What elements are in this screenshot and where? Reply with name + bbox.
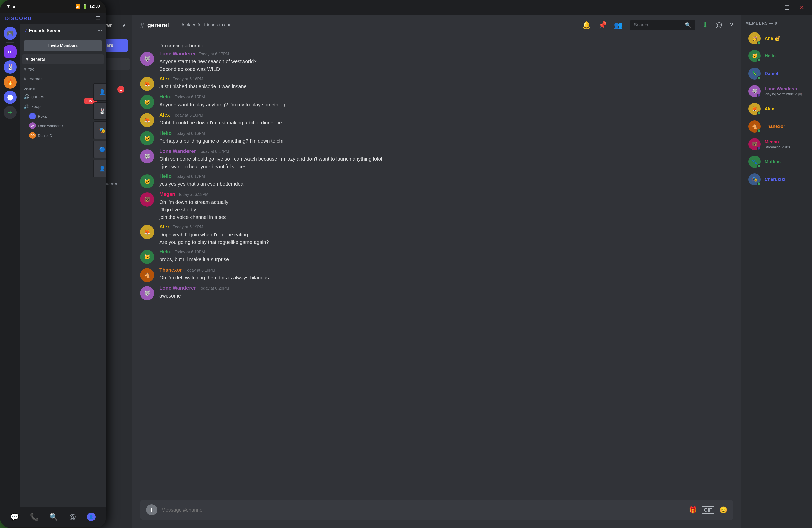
message-group-lonewanderer-3: 🐺 Lone Wanderer Today at 6:20PM awesome <box>132 284 741 301</box>
maximize-btn[interactable]: ☐ <box>782 2 792 13</box>
mobile-server-icon-circle[interactable]: ⬤ <box>3 91 17 104</box>
avatar-helio-4: 🐱 <box>140 250 154 264</box>
member-item-muffins[interactable]: 🐾 Muffins <box>745 153 808 170</box>
message-timestamp: Today at 6:16PM <box>173 113 203 118</box>
chat-input-area: + 🎁 GIF 😊 <box>132 500 741 528</box>
member-avatar-alex: 🦊 <box>749 103 760 115</box>
message-text: join the voice channel in a sec <box>159 214 734 221</box>
mobile-server-name: ✓ Friends Server ••• <box>24 28 102 33</box>
message-group-helio-2: 🐱 Helio Today at 6:16PM Perhaps a buildi… <box>132 129 741 146</box>
message-author-lonewanderer-1[interactable]: Lone Wanderer <box>159 51 196 57</box>
mobile-server-icon-purple[interactable]: 🐰 <box>3 60 17 74</box>
message-text: Oh I'm deff watching then, this is alway… <box>159 274 734 281</box>
mobile-server-add[interactable]: + <box>3 106 17 119</box>
minimize-btn[interactable]: — <box>767 2 777 13</box>
member-item-lonewanderer[interactable]: 🐺 Lone Wanderer Playing Vermintide 2 🎮 <box>745 83 808 100</box>
message-timestamp: Today at 6:20PM <box>199 286 229 291</box>
message-author-alex-2[interactable]: Alex <box>159 112 170 118</box>
pin-icon[interactable]: 📌 <box>598 21 607 29</box>
avatar-helio-2: 🐱 <box>140 131 154 145</box>
close-btn[interactable]: ✕ <box>797 2 807 13</box>
message-header: Helio Today at 6:19PM <box>159 249 734 255</box>
member-item-helio[interactable]: 🐱 Helio <box>745 47 808 64</box>
message-author-helio-3[interactable]: Helio <box>159 173 172 179</box>
mobile-invite-btn[interactable]: Invite Members <box>24 40 102 51</box>
mobile-server-dots[interactable]: ••• <box>98 29 102 33</box>
message-content-lonewanderer-3: Lone Wanderer Today at 6:20PM awesome <box>159 285 734 300</box>
message-author-thanexor[interactable]: Thanexor <box>159 267 182 273</box>
mobile-tab-chat[interactable]: 💬 <box>10 513 19 521</box>
avatar-alex-2: 🦊 <box>140 113 154 127</box>
message-content-lonewanderer-1: Lone Wanderer Today at 6:17PM Anyone sta… <box>159 51 734 73</box>
mobile-channel-faq[interactable]: # faq <box>20 64 106 74</box>
help-icon[interactable]: ? <box>729 21 734 29</box>
avatar-megan: 🐻 <box>140 192 154 207</box>
status-indicator-lonewanderer <box>757 94 760 97</box>
at-icon[interactable]: @ <box>715 21 722 29</box>
chat-header: # general A place for friends to chat 🔔 … <box>132 15 741 35</box>
attach-btn[interactable]: + <box>146 504 157 515</box>
people-icon[interactable]: 👥 <box>614 21 623 29</box>
member-item-megan[interactable]: 🐻 Megan Streaming 20XX <box>745 135 808 153</box>
message-author-alex-3[interactable]: Alex <box>159 224 170 230</box>
mobile-tab-voice[interactable]: 📞 <box>30 513 39 521</box>
message-author-alex-1[interactable]: Alex <box>159 76 170 82</box>
avatar-alex-1: 🦊 <box>140 77 154 91</box>
search-bar[interactable]: Search 🔍 <box>630 20 695 30</box>
message-input[interactable] <box>161 507 685 513</box>
download-icon[interactable]: ⬇ <box>702 21 708 29</box>
mobile-tab-search[interactable]: 🔍 <box>49 513 58 521</box>
member-name-megan: Megan <box>765 139 790 145</box>
status-indicator-cherukiki <box>757 182 760 186</box>
mobile-channel-list: # general # faq # memes VOICE 🔊 games � <box>20 54 106 507</box>
member-avatar-muffins: 🐾 <box>749 156 760 168</box>
message-content-thanexor: Thanexor Today at 6:19PM Oh I'm deff wat… <box>159 267 734 282</box>
message-author-helio-1[interactable]: Helio <box>159 94 172 100</box>
member-info-alex: Alex <box>765 106 774 112</box>
mobile-voice-member-danield[interactable]: DD Daniel D <box>20 131 106 140</box>
channel-badge-wholesome: 1 <box>117 86 125 93</box>
bell-icon[interactable]: 🔔 <box>582 21 591 29</box>
member-item-cherukiki[interactable]: 🎭 Cherukiki <box>745 171 808 188</box>
message-content-alex-1: Alex Today at 6:16PM Just finished that … <box>159 76 734 91</box>
mobile-tab-profile[interactable]: 👤 <box>87 513 96 521</box>
mobile-tab-mention[interactable]: @ <box>69 513 76 521</box>
member-name-cherukiki: Cherukiki <box>765 177 785 182</box>
mobile-server-header[interactable]: ✓ Friends Server ••• <box>20 24 106 38</box>
message-header: Alex Today at 6:19PM <box>159 224 734 230</box>
member-avatar-thanexor: 🐴 <box>749 120 760 132</box>
server-dropdown-icon[interactable]: ∨ <box>122 22 126 28</box>
message-author-helio-2[interactable]: Helio <box>159 130 172 136</box>
messages-container: I'm craving a burrito 🐺 Lone Wanderer To… <box>132 35 741 500</box>
chat-channel-name: # general <box>140 21 169 29</box>
mobile-voice-member-roka[interactable]: R Roka <box>20 111 106 121</box>
gif-btn[interactable]: GIF <box>702 506 714 514</box>
message-text: Oh I'm down to stream actually <box>159 198 734 206</box>
mobile-voice-member-lonewanderer[interactable]: LW Lone wanderer <box>20 121 106 131</box>
status-indicator-megan <box>757 147 760 150</box>
emoji-icon[interactable]: 😊 <box>719 506 727 514</box>
mobile-server-icon-home[interactable]: 🎮 <box>3 27 17 40</box>
message-content-helio-1: Helio Today at 6:15PM Anyone want to pla… <box>159 94 734 109</box>
member-name-thanexor: Thanexor <box>765 124 785 129</box>
mobile-channel-general[interactable]: # general <box>22 55 104 64</box>
status-indicator-ana <box>757 41 760 44</box>
message-author-lonewanderer-3[interactable]: Lone Wanderer <box>159 285 196 291</box>
member-avatar-ana: 👸 <box>749 32 760 44</box>
chat-channel-desc: A place for friends to chat <box>182 23 233 28</box>
member-item-thanexor[interactable]: 🐴 Thanexor <box>745 118 808 135</box>
message-text: awesome <box>159 292 734 299</box>
message-group-helio-3: 🐱 Helio Today at 6:17PM yes yes yes that… <box>132 172 741 189</box>
member-item-alex[interactable]: 🦊 Alex <box>745 100 808 117</box>
member-item-ana[interactable]: 👸 Ana 👑 <box>745 30 808 47</box>
message-author-lonewanderer-2[interactable]: Lone Wanderer <box>159 148 196 154</box>
mobile-server-icon-fire[interactable]: 🔥 <box>3 76 17 89</box>
gift-icon[interactable]: 🎁 <box>689 506 697 514</box>
message-author-helio-4[interactable]: Helio <box>159 249 172 255</box>
mobile-hamburger-icon[interactable]: ☰ <box>96 15 101 22</box>
message-author-megan[interactable]: Megan <box>159 191 175 197</box>
mobile-bottom-bar: 💬 📞 🔍 @ 👤 <box>0 507 106 527</box>
mobile-channel-memes[interactable]: # memes <box>20 74 106 84</box>
mobile-server-icon-friends[interactable]: FS <box>3 45 17 58</box>
member-item-daniel[interactable]: 🦎 Daniel <box>745 65 808 82</box>
